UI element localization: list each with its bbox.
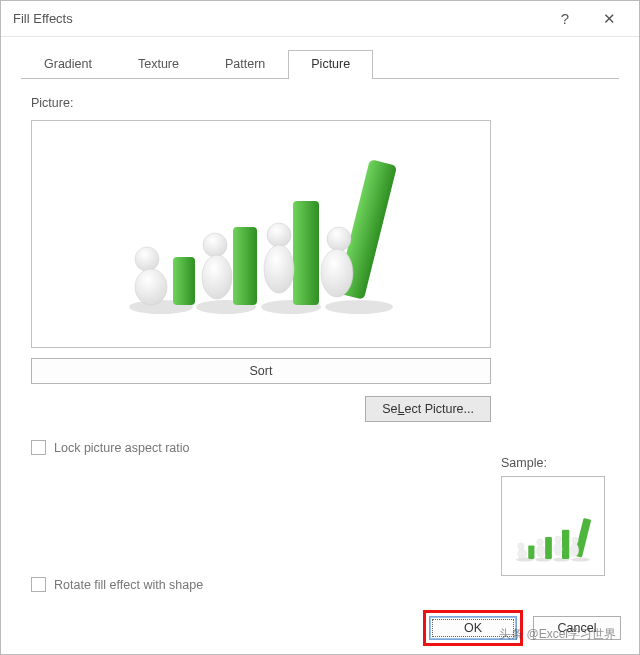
svg-point-25 (518, 549, 527, 559)
sort-button-label: Sort (250, 364, 273, 378)
picture-preview (31, 120, 491, 348)
ok-button-label: OK (464, 621, 482, 635)
tabstrip: Gradient Texture Pattern Picture (1, 37, 639, 78)
svg-rect-20 (528, 545, 534, 559)
close-icon[interactable]: ✕ (587, 1, 631, 37)
svg-point-24 (518, 543, 525, 550)
select-picture-button[interactable]: SeLect Picture... (365, 396, 491, 422)
tab-pattern[interactable]: Pattern (202, 50, 288, 79)
svg-point-13 (264, 245, 294, 293)
svg-point-19 (571, 558, 590, 562)
select-picture-label: SeLect Picture... (382, 402, 474, 416)
fill-effects-dialog: Fill Effects ? ✕ Gradient Texture Patter… (0, 0, 640, 655)
tab-label: Gradient (44, 57, 92, 71)
tab-label: Texture (138, 57, 179, 71)
tab-gradient[interactable]: Gradient (21, 50, 115, 79)
svg-point-26 (537, 539, 544, 546)
svg-point-15 (321, 249, 353, 297)
svg-point-9 (135, 269, 167, 305)
svg-rect-5 (233, 227, 257, 305)
tabstrip-wrap: Gradient Texture Pattern Picture (1, 37, 639, 78)
svg-point-8 (135, 247, 159, 271)
picture-label: Picture: (31, 96, 609, 110)
svg-point-12 (267, 223, 291, 247)
select-picture-row: SeLect Picture... (31, 396, 491, 422)
picture-preview-image (101, 149, 421, 319)
svg-point-29 (554, 542, 562, 556)
sort-button[interactable]: Sort (31, 358, 491, 384)
svg-point-11 (202, 255, 232, 299)
rotate-fill-checkbox[interactable] (31, 577, 46, 592)
tab-label: Picture (311, 57, 350, 71)
rotate-fill-row: Rotate fill effect with shape (31, 577, 609, 592)
sample-label: Sample: (501, 456, 611, 470)
picture-tabpane: Picture: (21, 78, 619, 608)
sample-area: Sample: (501, 456, 611, 576)
svg-rect-6 (293, 201, 319, 305)
tab-label: Pattern (225, 57, 265, 71)
titlebar: Fill Effects ? ✕ (1, 1, 639, 37)
rotate-fill-label: Rotate fill effect with shape (54, 578, 203, 592)
lock-aspect-checkbox[interactable] (31, 440, 46, 455)
dialog-button-bar: OK Cancel (1, 608, 639, 654)
svg-point-30 (572, 537, 579, 544)
svg-rect-4 (173, 257, 195, 305)
svg-point-10 (203, 233, 227, 257)
svg-point-28 (555, 536, 562, 543)
tab-texture[interactable]: Texture (115, 50, 202, 79)
ok-highlight-annotation: OK (423, 610, 523, 646)
window-title: Fill Effects (13, 11, 543, 26)
svg-point-3 (325, 300, 393, 314)
svg-point-14 (327, 227, 351, 251)
svg-rect-21 (545, 537, 552, 559)
lock-aspect-row: Lock picture aspect ratio (31, 440, 609, 455)
svg-point-31 (570, 543, 579, 557)
svg-point-27 (536, 545, 544, 557)
tab-picture[interactable]: Picture (288, 50, 373, 79)
cancel-button-label: Cancel (558, 621, 597, 635)
sample-preview (501, 476, 605, 576)
svg-rect-22 (562, 530, 569, 559)
lock-aspect-label: Lock picture aspect ratio (54, 441, 190, 455)
sample-preview-image (508, 509, 598, 569)
help-icon[interactable]: ? (543, 1, 587, 37)
cancel-button[interactable]: Cancel (533, 616, 621, 640)
ok-button[interactable]: OK (429, 616, 517, 640)
